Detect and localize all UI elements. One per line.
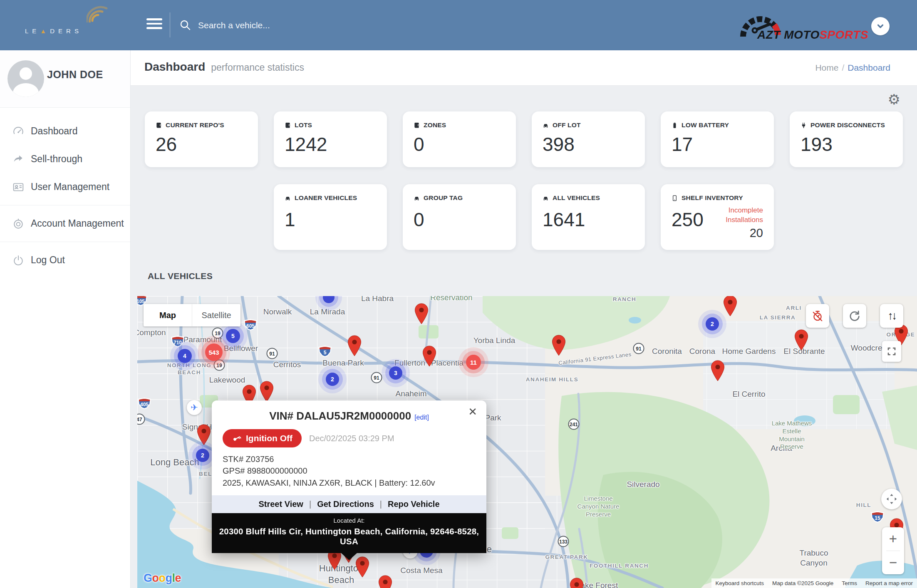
stat-card-label: LOW BATTERY <box>672 121 763 129</box>
azt-logo-text: AZT MOTO <box>757 28 820 41</box>
breadcrumb-home-link[interactable]: Home <box>815 63 838 72</box>
refresh-button[interactable] <box>843 304 866 328</box>
stat-card-value: 1641 <box>543 208 634 231</box>
menu-icon[interactable] <box>146 18 162 32</box>
map-pin-icon[interactable] <box>414 303 429 324</box>
interstate-shield-number: 605 <box>245 320 256 330</box>
stat-card-value: 1 <box>285 208 376 231</box>
stat-card-value: 398 <box>543 133 634 156</box>
stat-card-off-lot: OFF LOT398 <box>532 111 645 167</box>
power-icon <box>12 254 24 266</box>
get-directions-link[interactable]: Get Directions <box>317 499 374 509</box>
map-pin-icon[interactable] <box>570 578 584 588</box>
sidebar-item-account-management[interactable]: Account Management <box>0 210 130 237</box>
stat-card-shelf-inventory: SHELF INVENTORY250Incomplete Installatio… <box>661 184 774 250</box>
map-place-label: GREAT PARK <box>545 554 588 561</box>
stat-card-label: GROUP TAG <box>414 194 505 202</box>
fullscreen-button[interactable] <box>882 341 901 362</box>
map-place-label: El Cerrito <box>732 389 765 399</box>
satellite-view-button[interactable]: Satellite <box>192 304 240 326</box>
sidebar-item-label: Account Management <box>31 218 124 229</box>
stat-card-value: 250 <box>672 208 704 231</box>
close-icon[interactable]: ✕ <box>468 406 477 417</box>
map-place-label: LA SIERRA <box>760 314 796 321</box>
map-place-label: Trabuco Canyon <box>800 548 828 568</box>
map-cluster-marker[interactable]: 2 <box>196 449 209 462</box>
stat-card-value: 17 <box>672 133 763 156</box>
map-route-shield: 5 <box>318 346 332 357</box>
zoom-control: + − <box>882 527 904 574</box>
sort-order-button[interactable]: ↑↓ <box>880 304 903 328</box>
report-map-error-link[interactable]: Report a map error <box>861 578 917 588</box>
sports-logo-text: SPORTS <box>820 28 869 41</box>
map-cluster-marker[interactable]: 11 <box>466 355 481 370</box>
map-cluster-marker[interactable]: 2 <box>706 317 719 331</box>
map-pin-icon[interactable] <box>723 296 737 316</box>
map-place-label: ANAHEIM HILLS <box>526 376 579 383</box>
account-dropdown-button[interactable] <box>871 17 890 35</box>
stats-row-2: LOANER VEHICLES1GROUP TAG0ALL VEHICLES16… <box>274 184 774 250</box>
stat-card-label: ALL VEHICLES <box>543 194 634 202</box>
stats-row-1: CURRENT REPO'S26LOTS1242ZONES0OFF LOT398… <box>145 111 903 167</box>
map-cluster-marker[interactable]: 4 <box>178 349 192 363</box>
zoom-in-button[interactable]: + <box>882 527 904 551</box>
street-view-link[interactable]: Street View <box>258 499 303 509</box>
map-pin-icon[interactable] <box>552 335 566 356</box>
repo-vehicle-link[interactable]: Repo Vehicle <box>388 499 440 509</box>
page-title: Dashboard <box>144 60 205 74</box>
top-navbar: GPS LE▲DERS <box>0 0 917 50</box>
map-pin-icon[interactable] <box>711 360 725 381</box>
map-route-shield: 15 <box>871 511 884 523</box>
status-timestamp: Dec/02/2025 03:29 PM <box>309 434 394 443</box>
action-separator: | <box>380 499 382 509</box>
stat-card-value: 0 <box>414 133 505 156</box>
stat-card-label: ZONES <box>414 121 505 129</box>
popup-located-bar: Located At: 20300 Bluff Hills Cir, Hunti… <box>212 513 486 553</box>
sidebar-item-log-out[interactable]: Log Out <box>0 246 130 274</box>
vehicle-address: 20300 Bluff Hills Cir, Huntington Beach,… <box>217 526 481 546</box>
keyboard-shortcuts-link[interactable]: Keyboard shortcuts <box>711 578 768 588</box>
breadcrumb-current[interactable]: Dashboard <box>848 63 890 72</box>
sidebar-item-user-management[interactable]: User Management <box>0 173 130 201</box>
map-data-label: Map data ©2025 Google <box>768 578 838 588</box>
map-place-label: Cerritos <box>273 360 301 370</box>
map-cluster-marker[interactable]: 2 <box>326 373 339 386</box>
stat-card-label: LOTS <box>285 121 376 129</box>
map-pin-icon[interactable] <box>260 381 274 402</box>
map-pin-icon[interactable] <box>422 346 436 367</box>
map-route-shield: 47 <box>137 414 145 425</box>
fullscreen-icon <box>887 346 897 356</box>
pan-control-button[interactable] <box>881 489 902 509</box>
vehicles-map[interactable]: ComptonParamountBellflowerLakewoodCerrit… <box>137 296 917 588</box>
interstate-shield-number: 405 <box>139 399 150 408</box>
sidebar-item-sell-through[interactable]: Sell-through <box>0 145 130 173</box>
sidebar-item-dashboard[interactable]: Dashboard <box>0 117 130 145</box>
book-icon <box>414 122 420 128</box>
map-pin-icon[interactable] <box>197 424 211 445</box>
gear-icon[interactable]: ⚙ <box>888 92 900 106</box>
edit-link[interactable]: [edit] <box>414 414 429 421</box>
map-cluster-marker[interactable]: 543 <box>205 343 223 361</box>
map-route-shield: 133 <box>558 536 569 547</box>
google-logo[interactable]: Google <box>144 572 181 585</box>
gps-leaders-logo[interactable]: GPS LE▲DERS <box>25 7 116 35</box>
leaders-logo-text: LE▲DERS <box>25 27 116 35</box>
map-route-shield: 405 <box>138 398 151 409</box>
map-view-button[interactable]: Map <box>144 304 192 326</box>
map-pin-icon[interactable] <box>794 329 808 351</box>
zoom-out-button[interactable]: − <box>882 551 904 574</box>
map-pin-icon[interactable] <box>347 335 362 356</box>
terms-link[interactable]: Terms <box>838 578 861 588</box>
map-airport-icon[interactable]: ✈ <box>187 400 202 415</box>
map-place-label: Compton <box>137 328 166 338</box>
map-pin-icon[interactable] <box>378 575 392 588</box>
map-route-shield: 19 <box>212 328 223 339</box>
search-input[interactable] <box>197 17 482 34</box>
interstate-shield-number: 15 <box>872 512 883 522</box>
map-place-label: Park <box>485 413 501 423</box>
map-cluster-marker[interactable]: 3 <box>389 366 402 380</box>
timer-off-button[interactable] <box>806 304 829 328</box>
map-cluster-marker[interactable]: 5 <box>226 329 240 343</box>
gauge-icon <box>12 126 24 137</box>
stat-card-label: OFF LOT <box>543 121 634 129</box>
